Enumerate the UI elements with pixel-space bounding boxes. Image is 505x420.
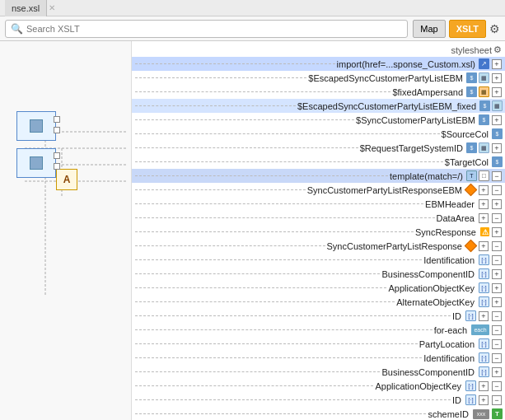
expand-btn[interactable]: + bbox=[479, 213, 489, 223]
tree-row[interactable]: ApplicationObjectKey [·] + − bbox=[132, 379, 505, 393]
expand-btn-minus[interactable]: − bbox=[492, 311, 502, 321]
node-a[interactable]: A bbox=[56, 169, 77, 190]
expand-btn[interactable]: − bbox=[492, 171, 502, 181]
var-icon: $ bbox=[479, 114, 489, 125]
expand-btn[interactable]: + bbox=[492, 227, 502, 237]
node-mid[interactable] bbox=[16, 148, 56, 178]
tree-row[interactable]: ID [·] + − bbox=[132, 309, 505, 323]
tree-row[interactable]: SyncResponse ⚠ + bbox=[132, 225, 505, 239]
orange-diamond-icon bbox=[465, 184, 478, 197]
row-label: $SyncCustomerPartyListEBM bbox=[356, 115, 475, 125]
diagram-area: A bbox=[0, 41, 131, 420]
connector-sq1 bbox=[54, 116, 60, 123]
expand-btn2[interactable]: + bbox=[492, 199, 502, 209]
expand-btn[interactable]: + bbox=[492, 297, 502, 307]
var-icon: $ bbox=[492, 128, 503, 139]
expand-btn[interactable]: + bbox=[492, 283, 502, 293]
expand-btn[interactable]: + bbox=[492, 59, 502, 69]
expand-btn-minus[interactable]: − bbox=[492, 353, 502, 363]
expand-btn[interactable]: + bbox=[492, 143, 502, 153]
tree-row[interactable]: schemeID xxx T bbox=[132, 407, 505, 420]
expand-btn[interactable]: + bbox=[492, 367, 502, 377]
box-icon: □ bbox=[479, 170, 489, 181]
expand-btn[interactable]: + bbox=[479, 241, 489, 251]
xslt-button[interactable]: XSLT bbox=[449, 20, 486, 38]
row-label: DataArea bbox=[437, 213, 475, 223]
bracket-icon: [·] bbox=[479, 268, 489, 279]
expand-btn[interactable]: + bbox=[492, 73, 502, 83]
bracket-icon: [·] bbox=[479, 296, 489, 307]
settings-icon[interactable]: ⚙ bbox=[489, 22, 500, 35]
tree-row[interactable]: $fixedAmpersand $ ▦ + bbox=[132, 85, 505, 99]
tree-row[interactable]: BusinessComponentID [·] + bbox=[132, 365, 505, 379]
tree-row[interactable]: import(href=...sponse_Custom.xsl) ↗ + bbox=[132, 57, 505, 71]
search-box[interactable]: 🔍 bbox=[5, 20, 408, 38]
search-input[interactable] bbox=[26, 24, 402, 34]
xxx-icon: xxx bbox=[473, 409, 489, 419]
bracket-icon: [·] bbox=[479, 282, 489, 293]
map-button[interactable]: Map bbox=[413, 20, 445, 38]
bracket-icon: [·] bbox=[479, 338, 489, 349]
stylesheet-label: stylesheet bbox=[451, 45, 492, 55]
connector-lines bbox=[0, 41, 132, 420]
row-label: import(href=...sponse_Custom.xsl) bbox=[337, 59, 475, 69]
expand-btn-minus[interactable]: − bbox=[492, 213, 502, 223]
link-icon: ↗ bbox=[479, 58, 489, 69]
expand-btn[interactable]: + bbox=[479, 381, 489, 391]
tree-row[interactable]: SyncCustomerPartyListResponse + − bbox=[132, 239, 505, 253]
expand-btn-minus[interactable]: − bbox=[492, 255, 502, 265]
tree-row[interactable]: Identification [·] − bbox=[132, 351, 505, 365]
tree-row[interactable]: DataArea + − bbox=[132, 211, 505, 225]
expand-btn-minus[interactable]: − bbox=[492, 241, 502, 251]
bracket-icon: [·] bbox=[479, 254, 489, 265]
section-label-row: stylesheet ⚙ bbox=[132, 43, 505, 57]
var-icon: $ bbox=[466, 86, 477, 97]
tree-row[interactable]: $SourceCol $ bbox=[132, 127, 505, 141]
file-tab[interactable]: nse.xsl bbox=[5, 0, 47, 16]
expand-btn[interactable]: + bbox=[492, 115, 502, 125]
expand-btn-minus[interactable]: − bbox=[492, 325, 502, 335]
tab-close[interactable]: ✕ bbox=[49, 3, 55, 12]
expand-btn-minus[interactable]: − bbox=[492, 381, 502, 391]
tree-row[interactable]: EBMHeader + + bbox=[132, 197, 505, 211]
monitor-orange-icon: ▦ bbox=[479, 86, 489, 97]
settings-small-icon[interactable]: ⚙ bbox=[493, 44, 502, 55]
row-label: SyncResponse bbox=[415, 227, 476, 237]
tree-panel[interactable]: stylesheet ⚙ import(href=...sponse_Custo… bbox=[132, 41, 505, 420]
monitor-icon: ▦ bbox=[479, 72, 489, 83]
main-area: A stylesheet ⚙ import(href=...sponse_Cus… bbox=[0, 41, 505, 420]
row-label: ApplicationObjectKey bbox=[375, 381, 461, 391]
row-label: Identification bbox=[423, 255, 475, 265]
tree-row[interactable]: $RequestTargetSystemID $ ▦ + bbox=[132, 141, 505, 155]
row-label: ID bbox=[452, 395, 461, 405]
monitor-icon: ▦ bbox=[479, 142, 489, 153]
template-row[interactable]: template(match=/) T □ − bbox=[132, 169, 505, 183]
left-diagram-panel: A bbox=[0, 41, 132, 420]
expand-btn[interactable]: + bbox=[479, 185, 489, 195]
tree-row[interactable]: SyncCustomerPartyListResponseEBM + − bbox=[132, 183, 505, 197]
tree-row[interactable]: AlternateObjectKey [·] + bbox=[132, 295, 505, 309]
T-icon: T bbox=[492, 408, 503, 419]
tree-row[interactable]: ID [·] + − bbox=[132, 393, 505, 407]
tree-row[interactable]: PartyLocation [·] − bbox=[132, 337, 505, 351]
expand-btn[interactable]: + bbox=[492, 269, 502, 279]
expand-btn-minus[interactable]: − bbox=[492, 395, 502, 405]
expand-btn[interactable]: + bbox=[479, 199, 489, 209]
tree-row[interactable]: ApplicationObjectKey [·] + bbox=[132, 281, 505, 295]
tree-row[interactable]: $EscapedSyncCustomerPartyListEBM $ ▦ + bbox=[132, 71, 505, 85]
tree-row[interactable]: $TargetCol $ bbox=[132, 155, 505, 169]
expand-btn[interactable]: + bbox=[479, 311, 489, 321]
expand-btn-minus[interactable]: − bbox=[492, 339, 502, 349]
row-label: $EscapedSyncCustomerPartyListEBM bbox=[308, 73, 463, 83]
tree-row[interactable]: for-each each − bbox=[132, 323, 505, 337]
expand-btn[interactable]: + bbox=[492, 87, 502, 97]
var-icon: $ bbox=[466, 142, 477, 153]
node-top[interactable] bbox=[16, 111, 56, 141]
tree-row[interactable]: BusinessComponentID [·] + bbox=[132, 267, 505, 281]
tree-row[interactable]: $SyncCustomerPartyListEBM $ + bbox=[132, 113, 505, 127]
row-label: BusinessComponentID bbox=[381, 367, 475, 377]
tree-row[interactable]: $EscapedSyncCustomerPartyListEBM_fixed $… bbox=[132, 99, 505, 113]
expand-btn[interactable]: + bbox=[479, 395, 489, 405]
expand-btn-minus[interactable]: − bbox=[492, 185, 502, 195]
tree-row[interactable]: Identification [·] − bbox=[132, 253, 505, 267]
